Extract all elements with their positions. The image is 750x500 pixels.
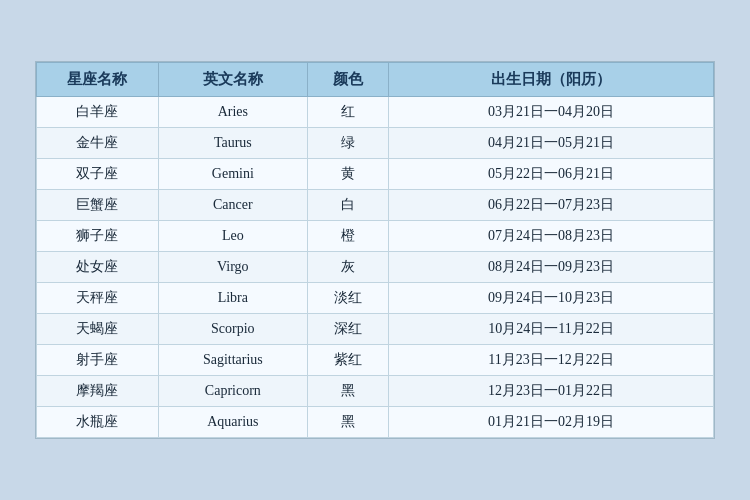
cell-date: 10月24日一11月22日 [389,314,714,345]
cell-color: 灰 [307,252,388,283]
zodiac-table-container: 星座名称 英文名称 颜色 出生日期（阳历） 白羊座Aries红03月21日一04… [35,61,715,439]
cell-en: Sagittarius [158,345,307,376]
cell-en: Cancer [158,190,307,221]
cell-zh: 天蝎座 [37,314,159,345]
cell-zh: 射手座 [37,345,159,376]
table-row: 巨蟹座Cancer白06月22日一07月23日 [37,190,714,221]
header-zh: 星座名称 [37,63,159,97]
cell-date: 12月23日一01月22日 [389,376,714,407]
cell-en: Scorpio [158,314,307,345]
cell-zh: 双子座 [37,159,159,190]
cell-date: 06月22日一07月23日 [389,190,714,221]
cell-color: 黑 [307,407,388,438]
cell-date: 07月24日一08月23日 [389,221,714,252]
cell-zh: 狮子座 [37,221,159,252]
cell-color: 红 [307,97,388,128]
cell-zh: 摩羯座 [37,376,159,407]
cell-en: Aries [158,97,307,128]
cell-zh: 金牛座 [37,128,159,159]
cell-color: 深红 [307,314,388,345]
cell-date: 05月22日一06月21日 [389,159,714,190]
cell-zh: 白羊座 [37,97,159,128]
cell-color: 绿 [307,128,388,159]
cell-color: 橙 [307,221,388,252]
table-row: 天蝎座Scorpio深红10月24日一11月22日 [37,314,714,345]
table-body: 白羊座Aries红03月21日一04月20日金牛座Taurus绿04月21日一0… [37,97,714,438]
table-row: 狮子座Leo橙07月24日一08月23日 [37,221,714,252]
cell-en: Virgo [158,252,307,283]
table-header-row: 星座名称 英文名称 颜色 出生日期（阳历） [37,63,714,97]
header-date: 出生日期（阳历） [389,63,714,97]
table-row: 金牛座Taurus绿04月21日一05月21日 [37,128,714,159]
cell-color: 淡红 [307,283,388,314]
cell-zh: 天秤座 [37,283,159,314]
cell-en: Libra [158,283,307,314]
cell-en: Taurus [158,128,307,159]
cell-date: 11月23日一12月22日 [389,345,714,376]
cell-color: 黑 [307,376,388,407]
cell-en: Aquarius [158,407,307,438]
table-row: 天秤座Libra淡红09月24日一10月23日 [37,283,714,314]
cell-date: 01月21日一02月19日 [389,407,714,438]
cell-color: 黄 [307,159,388,190]
cell-date: 03月21日一04月20日 [389,97,714,128]
header-color: 颜色 [307,63,388,97]
cell-en: Leo [158,221,307,252]
cell-zh: 水瓶座 [37,407,159,438]
cell-date: 09月24日一10月23日 [389,283,714,314]
cell-color: 白 [307,190,388,221]
table-row: 双子座Gemini黄05月22日一06月21日 [37,159,714,190]
cell-en: Gemini [158,159,307,190]
table-row: 射手座Sagittarius紫红11月23日一12月22日 [37,345,714,376]
table-row: 处女座Virgo灰08月24日一09月23日 [37,252,714,283]
cell-date: 04月21日一05月21日 [389,128,714,159]
cell-color: 紫红 [307,345,388,376]
cell-zh: 处女座 [37,252,159,283]
table-row: 水瓶座Aquarius黑01月21日一02月19日 [37,407,714,438]
table-row: 白羊座Aries红03月21日一04月20日 [37,97,714,128]
header-en: 英文名称 [158,63,307,97]
table-row: 摩羯座Capricorn黑12月23日一01月22日 [37,376,714,407]
cell-zh: 巨蟹座 [37,190,159,221]
cell-date: 08月24日一09月23日 [389,252,714,283]
cell-en: Capricorn [158,376,307,407]
zodiac-table: 星座名称 英文名称 颜色 出生日期（阳历） 白羊座Aries红03月21日一04… [36,62,714,438]
